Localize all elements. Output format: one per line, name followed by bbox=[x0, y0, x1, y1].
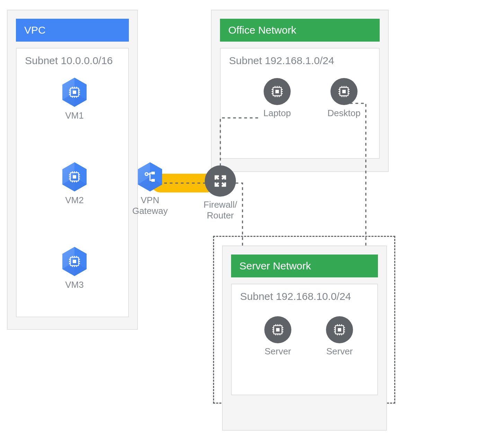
expand-icon bbox=[205, 165, 236, 197]
chip-icon bbox=[326, 316, 353, 343]
vpn-gateway-node: VPN Gateway bbox=[129, 162, 171, 216]
laptop-label: Laptop bbox=[256, 108, 298, 119]
vpn-gateway-label: VPN Gateway bbox=[129, 195, 171, 216]
firewall-node: Firewall/ Router bbox=[200, 165, 241, 221]
vm1-node: VM1 bbox=[59, 77, 90, 121]
compute-icon bbox=[61, 77, 88, 107]
server1-label: Server bbox=[257, 346, 299, 357]
vpc-subnet-label: Subnet 10.0.0.0/16 bbox=[25, 55, 120, 67]
vm2-label: VM2 bbox=[59, 195, 90, 206]
vpc-title: VPC bbox=[16, 19, 129, 42]
laptop-node: Laptop bbox=[256, 78, 298, 119]
vm1-label: VM1 bbox=[59, 110, 90, 121]
firewall-label: Firewall/ Router bbox=[200, 199, 241, 221]
chip-icon bbox=[264, 78, 291, 105]
server1-node: Server bbox=[257, 316, 299, 357]
gateway-icon bbox=[136, 162, 164, 192]
chip-icon bbox=[264, 316, 291, 343]
vm3-node: VM3 bbox=[59, 246, 90, 290]
server2-node: Server bbox=[319, 316, 360, 357]
compute-icon bbox=[61, 246, 88, 277]
server2-label: Server bbox=[319, 346, 360, 357]
vm2-node: VM2 bbox=[59, 162, 90, 206]
vm3-label: VM3 bbox=[59, 279, 90, 290]
desktop-node: Desktop bbox=[321, 78, 367, 119]
compute-icon bbox=[61, 162, 88, 192]
desktop-label: Desktop bbox=[321, 108, 367, 119]
chip-icon bbox=[330, 78, 358, 105]
